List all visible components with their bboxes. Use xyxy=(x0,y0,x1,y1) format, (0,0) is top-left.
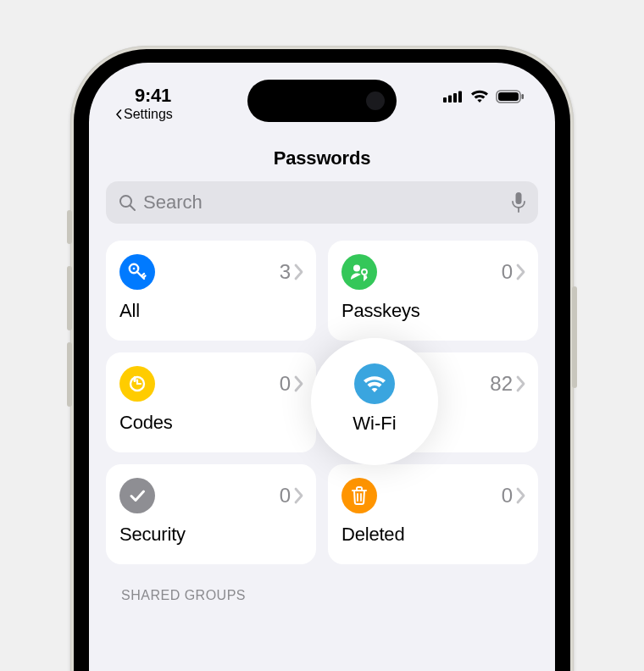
svg-point-13 xyxy=(353,265,360,272)
card-wifi[interactable]: Wi-Fi 82 Wi-Fi xyxy=(328,352,538,452)
wifi-highlight-label: Wi-Fi xyxy=(353,413,396,435)
svg-rect-3 xyxy=(458,92,462,103)
svg-line-8 xyxy=(130,206,136,211)
back-label: Settings xyxy=(124,107,173,122)
card-deleted[interactable]: 0 Deleted xyxy=(328,464,538,564)
svg-rect-9 xyxy=(516,192,522,204)
card-count: 82 xyxy=(490,372,513,396)
search-input[interactable] xyxy=(143,191,504,214)
chevron-right-icon xyxy=(294,375,304,392)
svg-rect-0 xyxy=(443,97,447,103)
svg-point-12 xyxy=(133,268,136,270)
back-to-settings[interactable]: Settings xyxy=(114,107,173,122)
chevron-right-icon xyxy=(294,487,304,504)
card-passkeys[interactable]: 0 Passkeys xyxy=(328,241,538,341)
key-icon xyxy=(119,254,155,290)
search-field[interactable] xyxy=(106,181,538,224)
card-count: 0 xyxy=(502,260,513,284)
status-time: 9:41 xyxy=(135,85,171,107)
cellular-icon xyxy=(443,91,464,103)
wifi-icon xyxy=(354,363,395,404)
chevron-left-icon xyxy=(114,109,123,119)
card-count: 0 xyxy=(280,484,291,507)
phone-frame: 9:41 Settings xyxy=(70,46,574,671)
card-label: Deleted xyxy=(341,524,526,546)
svg-rect-2 xyxy=(453,93,457,103)
chevron-right-icon xyxy=(516,263,526,280)
chevron-right-icon xyxy=(294,263,304,280)
mic-icon[interactable] xyxy=(511,191,526,214)
wifi-status-icon xyxy=(470,90,489,103)
category-grid: 3 All 0 Passkeys xyxy=(106,241,538,564)
wifi-highlight: Wi-Fi xyxy=(311,338,438,465)
card-count: 0 xyxy=(502,484,513,507)
card-label: Passkeys xyxy=(341,300,526,322)
trash-icon xyxy=(341,478,377,513)
card-security[interactable]: 0 Security xyxy=(106,464,316,564)
screen: 9:41 Settings xyxy=(89,63,555,671)
checkmark-icon xyxy=(119,478,155,513)
side-button xyxy=(67,342,72,407)
side-button xyxy=(572,286,577,388)
card-count: 0 xyxy=(280,372,291,396)
passkey-icon xyxy=(341,254,377,290)
battery-icon xyxy=(496,90,525,103)
status-bar: 9:41 Settings xyxy=(89,63,555,144)
card-label: Codes xyxy=(119,412,304,434)
card-label: All xyxy=(119,300,304,322)
search-icon xyxy=(118,193,136,212)
svg-rect-5 xyxy=(498,92,519,101)
chevron-right-icon xyxy=(516,375,526,392)
codes-icon xyxy=(119,366,155,402)
section-header-shared-groups: SHARED GROUPS xyxy=(106,588,538,603)
card-codes[interactable]: 0 Codes xyxy=(106,352,316,452)
card-count: 3 xyxy=(280,260,291,284)
side-button xyxy=(67,266,72,330)
page-title: Passwords xyxy=(106,147,538,169)
svg-rect-1 xyxy=(448,96,452,103)
svg-rect-16 xyxy=(134,376,136,382)
card-all[interactable]: 3 All xyxy=(106,241,316,341)
side-button xyxy=(67,210,72,244)
svg-rect-6 xyxy=(522,94,525,99)
chevron-right-icon xyxy=(516,487,526,504)
card-label: Security xyxy=(119,524,304,546)
